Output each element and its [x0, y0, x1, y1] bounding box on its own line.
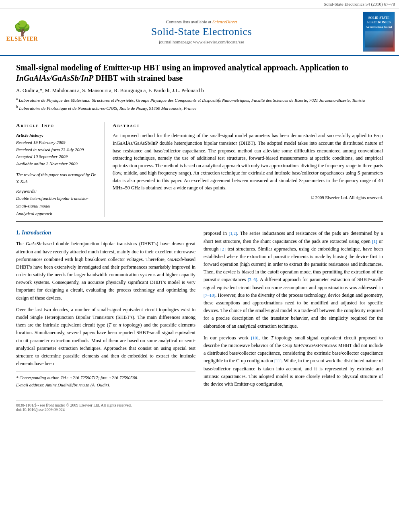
intro-para2: Over the last two decades, a number of s… — [16, 306, 195, 368]
journal-cover-image: SOLID-STATE ELECTRONICS An International… — [363, 12, 395, 52]
authors-text: A. Oudir a,*, M. Mahdouani a, S. Mansour… — [16, 87, 204, 93]
ref-3-6: [3–6] — [248, 277, 257, 282]
history-label: Article history: — [16, 132, 98, 139]
gaassb-italic-1: GaAsSb — [26, 241, 41, 246]
page-footer: 0038-1101/$ - see front matter © 2009 El… — [16, 400, 383, 412]
article-info-panel: Article Info Article history: Received 1… — [16, 122, 105, 217]
keywords-section: Keywords: Double heterojunction bipolar … — [16, 189, 98, 217]
footnote-area: * Corresponding author. Tel.: +216 72590… — [16, 372, 195, 388]
col-left: 1. Introduction The GaAsSb-based double … — [16, 230, 195, 392]
keywords-list: Double heterojunction bipolar transistor… — [16, 195, 98, 217]
received-date: Received 19 February 2009 — [16, 139, 98, 146]
abstract-section: Abstract An improved method for the dete… — [113, 122, 383, 217]
t-or-pi: T — [109, 322, 111, 328]
keyword-1: Double heterojunction bipolar transistor — [16, 195, 98, 202]
keywords-label: Keywords: — [16, 189, 98, 195]
article-title-suffix: DHBT with strained base — [93, 74, 183, 82]
section1-label: Introduction — [22, 230, 51, 236]
cover-title-2: ELECTRONICS — [367, 21, 391, 24]
body-columns: 1. Introduction The GaAsSb-based double … — [16, 230, 383, 392]
accepted-date: Accepted 10 September 2009 — [16, 153, 98, 160]
available-date: Available online 2 November 2009 — [16, 160, 98, 168]
journal-reference: Solid-State Electronics 54 (2010) 67–78 — [0, 0, 399, 8]
abstract-title: Abstract — [113, 122, 383, 129]
affil-sup-a: a — [16, 97, 18, 101]
abstract-copyright: © 2009 Elsevier Ltd. All rights reserved… — [113, 195, 383, 200]
journal-header: 🌳 ELSEVIER Contents lists available at S… — [0, 8, 399, 56]
revised-date: Received in revised form 23 July 2009 — [16, 146, 98, 154]
right-para2: In our previous work [10], the T-topolog… — [204, 334, 383, 388]
article-history: Article history: Received 19 February 20… — [16, 132, 98, 167]
ref-2: [2] — [220, 246, 226, 251]
authors-line: A. Oudir a,*, M. Mahdouani a, S. Mansour… — [16, 87, 383, 94]
abstract-text: An improved method for the determining o… — [113, 132, 383, 192]
review-note-text: The review of this paper was arranged by… — [16, 172, 97, 184]
ref-10: [10] — [251, 335, 258, 340]
journal-ref-text: Solid-State Electronics 54 (2010) 67–78 — [324, 2, 395, 6]
footer-issn: 0038-1101/$ - see front matter © 2009 El… — [16, 403, 383, 407]
intro-para1: The GaAsSb-based double heterojunction b… — [16, 240, 195, 302]
affil-b-text: Laboratoire de Photonique et de Nanostru… — [19, 106, 196, 111]
t-topology: T — [271, 335, 274, 341]
footnote-star: * Corresponding author. Tel.: +216 72590… — [16, 374, 195, 382]
keyword-3: Analytical approach — [16, 210, 98, 218]
affil-a-text: Laboratoire de Physique des Matériaux: S… — [19, 98, 365, 103]
pi-sym: π — [119, 322, 121, 328]
article-title: Small-signal modeling of Emitter-up HBT … — [16, 62, 383, 83]
article-title-main: Small-signal modeling of Emitter-up HBT … — [16, 63, 348, 72]
keyword-2: Small-signal model — [16, 202, 98, 210]
ref-11: [11] — [274, 358, 282, 363]
review-note: The review of this paper was arranged by… — [16, 171, 98, 185]
ref-7-10: [7–10] — [204, 293, 215, 298]
elsevier-tree-icon: 🌳 — [13, 21, 31, 36]
gaassb-italic-2: GaAsSb — [167, 257, 183, 262]
ref-1: [1] — [372, 239, 377, 244]
footer-doi: doi:10.1016/j.sse.2009.09.024 — [16, 407, 383, 412]
sciencedirect-label: Contents lists available at — [166, 19, 212, 24]
section1-number: 1. — [16, 230, 21, 236]
article-title-italic: InGaAlAs/GaAsSb/InP — [16, 74, 93, 82]
main-content: Small-signal modeling of Emitter-up HBT … — [0, 56, 399, 418]
col-right: proposed in [1,2]. The series inductance… — [204, 230, 383, 392]
ref-1-2: [1,2] — [229, 231, 237, 236]
affiliation-a: a Laboratoire de Physique des Matériaux:… — [16, 96, 383, 103]
affiliations: a Laboratoire de Physique des Matériaux:… — [16, 96, 383, 111]
inp-ingaasp: ImP/InGaAsP/InGaAs — [294, 343, 337, 348]
affiliation-b: b Laboratoire de Photonique et de Nanost… — [16, 104, 383, 111]
article-info-title: Article Info — [16, 122, 98, 129]
info-abstract-section: Article Info Article history: Received 1… — [16, 118, 383, 222]
elsevier-logo: 🌳 ELSEVIER — [4, 21, 40, 42]
affil-sup-b: b — [16, 105, 18, 109]
sciencedirect-line: Contents lists available at ScienceDirec… — [40, 19, 363, 24]
sciencedirect-link[interactable]: ScienceDirect — [212, 19, 237, 24]
cover-subtitle: An International Journal — [366, 26, 392, 28]
journal-center: Contents lists available at ScienceDirec… — [40, 19, 363, 44]
cover-title-1: SOLID-STATE — [368, 16, 390, 20]
footnote-email: E-mail address: Amine.Oudir@fbs.rnu.tn (… — [16, 382, 195, 389]
journal-title: Solid-State Electronics — [40, 26, 363, 38]
right-para1: proposed in [1,2]. The series inductance… — [204, 230, 383, 330]
journal-homepage: journal homepage: www.elsevier.com/locat… — [40, 39, 363, 44]
elsevier-brand-text: ELSEVIER — [6, 36, 38, 42]
section1-heading: 1. Introduction — [16, 230, 195, 236]
